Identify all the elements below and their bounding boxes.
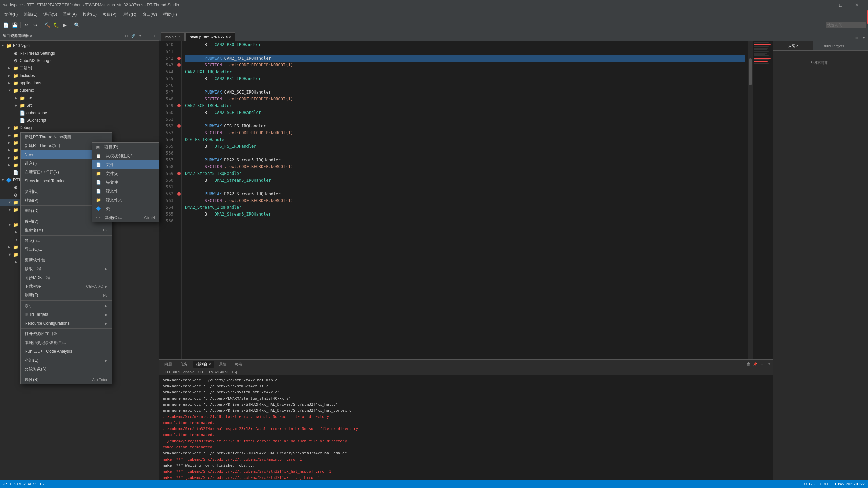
ctx-export[interactable]: 导出(O)... bbox=[21, 245, 112, 254]
console-line: make: *** [cubemx/Src/subdir.mk:27: cube… bbox=[163, 456, 770, 463]
tree-item-applications-1[interactable]: ▶ 📁 applications bbox=[0, 79, 159, 87]
minimize-panel-icon[interactable]: ─ bbox=[144, 33, 150, 39]
new-other-item[interactable]: ⋯ 其他(O)... Ctrl+N bbox=[92, 213, 159, 222]
console-maximize-icon[interactable]: □ bbox=[766, 362, 771, 367]
editor-scrollbar[interactable] bbox=[748, 41, 753, 359]
menu-source[interactable]: 源码(S) bbox=[41, 11, 60, 18]
ctx-sync-mdk[interactable]: 同步MDK工程 bbox=[21, 273, 112, 282]
quick-access-input[interactable] bbox=[826, 22, 866, 28]
editor-menu-icon[interactable]: ▾ bbox=[861, 35, 866, 40]
submenu-arrow: ▶ bbox=[105, 304, 107, 308]
ctx-label: 小组(E) bbox=[25, 358, 38, 363]
console-minimize-icon[interactable]: ─ bbox=[759, 362, 765, 367]
console-line: make: *** Waiting for unfinished jobs...… bbox=[163, 463, 770, 469]
scrollbar-thumb[interactable] bbox=[749, 58, 752, 85]
menu-edit[interactable]: 编辑(E) bbox=[21, 11, 40, 18]
undo-btn[interactable]: ↩ bbox=[22, 21, 31, 29]
code-line: SECTION .text:CODE:REORDER:NOROOT(1) bbox=[185, 197, 745, 204]
new-project-item[interactable]: ▣ 项目(R)... bbox=[92, 143, 159, 151]
pin-console-icon[interactable]: 📌 bbox=[752, 362, 758, 367]
tree-item-includes-1[interactable]: ▶ 📁 Includes bbox=[0, 72, 159, 79]
tab-terminal[interactable]: 终端 bbox=[232, 361, 246, 368]
menu-refactor[interactable]: 重构(A) bbox=[60, 11, 79, 18]
new-from-template-item[interactable]: 📋 从模板创建文件 bbox=[92, 151, 159, 160]
tab-properties[interactable]: 属性 bbox=[216, 361, 230, 368]
search-btn[interactable]: 🔍 bbox=[73, 21, 81, 29]
editor-area[interactable]: 540541542543 544545546547 548549550551 5… bbox=[159, 41, 773, 488]
console-content[interactable]: arm-none-eabi-gcc ../cubemx/Src/stm32f4x… bbox=[159, 375, 773, 488]
menu-window[interactable]: 窗口(W) bbox=[140, 11, 160, 18]
menu-file[interactable]: 文件(F) bbox=[2, 11, 20, 18]
ctx-build-targets[interactable]: Build Targets ▶ bbox=[21, 310, 112, 319]
code-line: PUBWEAK DMA2_Stream5_IRQHandler bbox=[185, 157, 745, 163]
tree-item-src-1[interactable]: ▶ 📁 Src bbox=[0, 102, 159, 109]
ctx-label: 头文件 bbox=[106, 180, 118, 185]
minimize-button[interactable]: − bbox=[816, 0, 832, 10]
redo-btn[interactable]: ↪ bbox=[31, 21, 39, 29]
ctx-local-history[interactable]: 本地历史记录恢复(Y)... bbox=[21, 338, 112, 347]
ctx-resource-configs[interactable]: Resource Configurations ▶ bbox=[21, 319, 112, 328]
code-line: B DMA2_Stream6_IRQHandler bbox=[185, 211, 745, 218]
close-button[interactable]: ✕ bbox=[849, 0, 865, 10]
new-file-item[interactable]: 📄 文件 bbox=[92, 160, 159, 169]
clear-console-icon[interactable]: 🗑 bbox=[746, 362, 751, 367]
new-header-item[interactable]: 📄 头文件 bbox=[92, 178, 159, 187]
tree-item-cubemx-1[interactable]: ▼ 📁 cubemx bbox=[0, 87, 159, 94]
tree-item-debug-1[interactable]: ▶ 📁 Debug bbox=[0, 124, 159, 131]
tree-item-cubemx-settings-1[interactable]: ⚙ CubeMX Settings bbox=[0, 57, 159, 64]
right-panel: main.c × startup_stm32f407xx.s × ⊞ ▾ 540… bbox=[159, 31, 868, 488]
maximize-panel-icon[interactable]: □ bbox=[151, 33, 156, 39]
rs-tab-build-targets[interactable]: Build Targets bbox=[813, 41, 853, 50]
run-btn[interactable]: ▶ bbox=[61, 21, 69, 29]
expand-arrow: ▶ bbox=[8, 141, 13, 144]
tree-item-sconscript-1[interactable]: 📄 SConscript bbox=[0, 117, 159, 124]
ctx-update-packages[interactable]: 更新软件包 bbox=[21, 256, 112, 264]
tree-item-inc-1[interactable]: ▶ 📁 Inc bbox=[0, 94, 159, 102]
ctx-properties[interactable]: 属性(R) Alt+Enter bbox=[21, 375, 112, 384]
ctx-index[interactable]: 索引 ▶ bbox=[21, 301, 112, 310]
tab-tasks[interactable]: 任务 bbox=[177, 361, 191, 368]
new-source-item[interactable]: 📄 源文件 bbox=[92, 187, 159, 196]
code-line: B DMA2_Stream5_IRQHandler bbox=[185, 177, 745, 184]
rs-tab-outline[interactable]: 大纲 × bbox=[773, 41, 813, 50]
ctx-download[interactable]: 下载程序 Ctrl+Alt+D ▶ bbox=[21, 282, 112, 291]
save-btn[interactable]: 💾 bbox=[11, 21, 19, 29]
ctx-rename[interactable]: 重命名(M)... F2 bbox=[21, 226, 112, 235]
new-class-item[interactable]: 🔷 类 bbox=[92, 204, 159, 213]
code-content[interactable]: B CAN2_RX0_IRQHandler PUBWEAK CAN2_RX1_I… bbox=[182, 41, 748, 359]
rs-minimize-icon[interactable]: ─ bbox=[855, 43, 860, 49]
ctx-compare[interactable]: 比较对象(A) bbox=[21, 365, 112, 373]
tab-startup[interactable]: startup_stm32f407xx.s × bbox=[185, 32, 235, 41]
ctx-run-code-analysis[interactable]: Run C/C++ Code Analysis bbox=[21, 347, 112, 356]
split-editor-icon[interactable]: ⊞ bbox=[854, 35, 860, 40]
menu-project[interactable]: 项目(P) bbox=[100, 11, 119, 18]
panel-menu-icon[interactable]: ▾ bbox=[137, 33, 143, 39]
collapse-all-icon[interactable]: ⊟ bbox=[124, 33, 129, 39]
ctx-modify-project[interactable]: 修改工程 ▶ bbox=[21, 264, 112, 273]
link-editor-icon[interactable]: 🔗 bbox=[131, 33, 136, 39]
tree-item-rt-settings-1[interactable]: ⚙ RT-Thread Settings bbox=[0, 49, 159, 57]
tree-item-cubemx-ioc[interactable]: 📄 cubemx.ioc bbox=[0, 109, 159, 117]
build-btn[interactable]: 🔨 bbox=[43, 21, 51, 29]
tab-main-c[interactable]: main.c × bbox=[161, 32, 185, 41]
ctx-new-nano-project[interactable]: 新建RT-Thread Nano项目 bbox=[21, 133, 112, 141]
tab-close-icon[interactable]: × bbox=[178, 35, 180, 39]
debug-btn[interactable]: 🐛 bbox=[52, 21, 60, 29]
maximize-button[interactable]: □ bbox=[833, 0, 848, 10]
new-btn[interactable]: 📄 bbox=[2, 21, 10, 29]
rs-maximize-icon[interactable]: □ bbox=[861, 43, 867, 49]
ctx-import[interactable]: 导入(I)... bbox=[21, 236, 112, 245]
ctx-refresh[interactable]: 刷新(F) F5 bbox=[21, 291, 112, 300]
new-source-folder-item[interactable]: 📁 源文件夹 bbox=[92, 196, 159, 204]
tree-item-binary[interactable]: ▶ 📁 二进制 bbox=[0, 64, 159, 72]
new-folder-item[interactable]: 📁 文件夹 bbox=[92, 169, 159, 178]
menu-help[interactable]: 帮助(H) bbox=[160, 11, 180, 18]
tab-console[interactable]: 控制台 × bbox=[193, 361, 214, 368]
menu-search[interactable]: 搜索(C) bbox=[80, 11, 99, 18]
menu-run[interactable]: 运行(R) bbox=[120, 11, 139, 18]
ctx-team[interactable]: 小组(E) ▶ bbox=[21, 356, 112, 365]
tab-problems[interactable]: 问题 bbox=[161, 361, 175, 368]
tree-item-f407zgt6[interactable]: ▼ 📁 F407zgt6 bbox=[0, 42, 159, 49]
ctx-open-resource-dir[interactable]: 打开资源所在目录 bbox=[21, 329, 112, 338]
project-icon: 🔷 bbox=[6, 177, 12, 183]
